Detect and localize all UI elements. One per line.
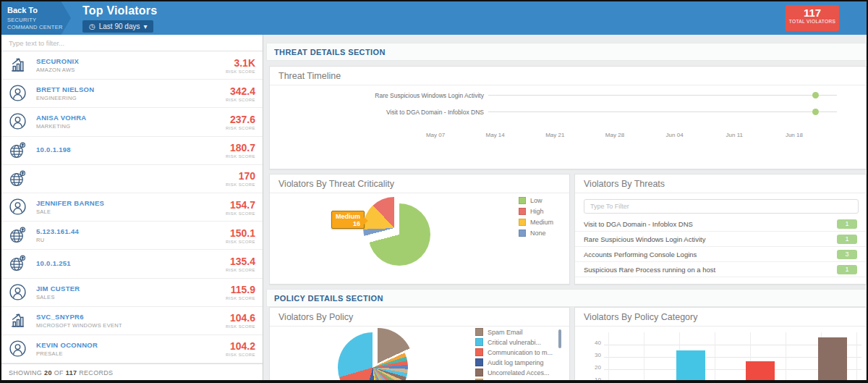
legend-swatch: [519, 208, 526, 215]
threat-list-item[interactable]: Rare Suspicious Windows Login Activity 1: [575, 232, 866, 247]
legend-item[interactable]: Communication to m...: [475, 348, 553, 356]
risk-score-label: RISK SCORE: [209, 126, 255, 130]
violator-name: 10.0.1.198: [36, 146, 209, 153]
person-icon: [9, 112, 32, 131]
timeline-axis-tick: May 28: [600, 132, 629, 138]
violator-name: ANISA VOHRA: [36, 114, 209, 122]
time-range-label: Last 90 days: [99, 22, 140, 30]
violator-row[interactable]: KEVIN OCONNOR PRESALE 104.2 RISK SCORE: [1, 335, 263, 363]
violator-row[interactable]: 10.0.1.251 135.4 RISK SCORE: [1, 250, 263, 278]
sidebar-filter-input[interactable]: [1, 35, 263, 51]
threat-name: Rare Suspicious Windows Login Activity: [584, 235, 705, 243]
legend-swatch: [519, 197, 526, 204]
timeline-axis-tick: Jun 04: [660, 132, 689, 138]
risk-score-label: RISK SCORE: [209, 98, 255, 102]
violator-department: MICROSOFT WINDOWS EVENT: [36, 322, 209, 329]
violator-department: SALES: [36, 294, 209, 300]
violator-name: BRETT NIELSON: [36, 85, 209, 93]
legend-swatch: [519, 219, 526, 226]
pie-tooltip: Medium 16: [331, 211, 365, 229]
violator-row[interactable]: 170 RISK SCORE: [1, 165, 263, 193]
legend-label: High: [530, 208, 544, 215]
legend-swatch: [475, 358, 483, 366]
globe-icon: [9, 254, 32, 273]
violator-row[interactable]: 10.0.1.198 180.7 RISK SCORE: [1, 137, 263, 165]
timeline-axis-tick: May 21: [540, 132, 569, 138]
legend-item[interactable]: Audit log tampering: [475, 358, 553, 366]
risk-score-value: 104.6: [209, 312, 255, 324]
pie-slice-spam-email[interactable]: [343, 328, 413, 383]
threat-timeline-title: Threat Timeline: [270, 67, 866, 85]
legend-item[interactable]: Low: [519, 197, 553, 204]
person-icon: [9, 84, 32, 103]
legend-swatch: [475, 328, 483, 336]
violator-department: MARKETING: [36, 123, 209, 130]
timeline-row: Visit to DGA Domain - Infoblox DNS: [270, 105, 866, 119]
legend-item[interactable]: Critical vulnerabi...: [475, 338, 553, 346]
timeline-row-label: Rare Suspicious Windows Login Activity: [270, 92, 484, 99]
threat-list-item[interactable]: Visit to DGA Domain - Infoblox DNS 1: [575, 216, 866, 232]
violator-row[interactable]: SECURONIX AMAZON AWS 3.1K RISK SCORE: [1, 51, 263, 80]
person-icon: [9, 198, 32, 216]
violator-row[interactable]: ANISA VOHRA MARKETING 237.6 RISK SCORE: [1, 108, 263, 136]
timeline-event-dot[interactable]: [812, 92, 819, 98]
person-icon: [9, 283, 32, 302]
timeline-axis-tick: Jun 11: [720, 132, 749, 138]
timeline-event-dot[interactable]: [812, 109, 819, 115]
violators-by-policy-title: Violators By Policy: [270, 308, 569, 327]
legend-label: Low: [530, 197, 542, 204]
threat-name: Visit to DGA Domain - Infoblox DNS: [584, 220, 693, 228]
legend-swatch: [519, 230, 526, 237]
tooltip-label: Medium: [336, 213, 360, 220]
risk-score-label: RISK SCORE: [209, 324, 255, 329]
total-violators-label: TOTAL VIOLATORS: [786, 19, 839, 24]
legend-item[interactable]: None: [519, 230, 553, 237]
legend-item[interactable]: Medium: [519, 219, 553, 226]
violator-row[interactable]: JIM CUSTER SALES 115.9 RISK SCORE: [1, 279, 263, 307]
risk-score-value: 170: [209, 170, 255, 182]
legend-item[interactable]: Uncorrelated Acces...: [475, 369, 553, 376]
threat-list-item[interactable]: Suspicious Rare Process running on a hos…: [575, 262, 866, 277]
threat-list-item[interactable]: Accounts Performing Console Logins 3: [575, 247, 866, 262]
bar[interactable]: [676, 350, 705, 383]
pie-slice-low[interactable]: [368, 203, 430, 266]
chart-icon: [9, 311, 32, 330]
risk-score-label: RISK SCORE: [209, 211, 255, 216]
violator-row[interactable]: BRETT NIELSON ENGINEERING 342.4 RISK SCO…: [1, 80, 263, 108]
violator-row[interactable]: SVC_SNYPR6 MICROSOFT WINDOWS EVENT 104.6…: [1, 307, 263, 335]
violators-by-threats-card: Violators By Threats Visit to DGA Domain…: [574, 174, 867, 285]
chart-icon: [9, 56, 32, 75]
legend-swatch: [475, 348, 483, 356]
back-button[interactable]: Back To SECURITY COMMAND CENTER: [1, 1, 71, 35]
policy-category-card: Violators By Policy Category 40302010: [574, 307, 867, 383]
risk-score-value: 104.2: [209, 340, 255, 352]
risk-score-value: 180.7: [209, 142, 255, 153]
clock-icon: ◷: [89, 22, 95, 30]
legend-label: Interactive logon ...: [488, 379, 542, 383]
policy-pie-chart: [338, 332, 408, 383]
threat-count-badge: 3: [837, 250, 857, 259]
threats-filter-input[interactable]: [584, 199, 859, 214]
bar[interactable]: [746, 361, 775, 383]
legend-label: None: [530, 230, 546, 237]
violator-row[interactable]: 5.123.161.44 RU 150.1 RISK SCORE: [1, 222, 263, 250]
legend-item[interactable]: High: [519, 208, 553, 215]
risk-score-value: 115.9: [209, 284, 255, 295]
legend-scrollbar[interactable]: [558, 329, 561, 348]
violator-row[interactable]: JENNIFER BARNES SALE 154.7 RISK SCORE: [1, 193, 263, 222]
bar[interactable]: [818, 337, 847, 383]
back-label: Back To: [7, 6, 65, 14]
legend-item[interactable]: Spam Email: [475, 328, 553, 336]
violator-name: SECURONIX: [36, 57, 209, 65]
y-axis-tick: 40: [585, 340, 601, 352]
timeline-row: Rare Suspicious Windows Login Activity: [270, 88, 866, 102]
person-icon: [9, 340, 32, 358]
legend-item[interactable]: Interactive logon ...: [475, 379, 553, 383]
timeline-axis-tick: Jun 18: [780, 132, 809, 138]
legend-swatch: [475, 338, 483, 346]
legend-label: Medium: [530, 219, 553, 226]
violator-name: JIM CUSTER: [36, 285, 209, 292]
threat-count-badge: 1: [837, 265, 857, 274]
time-range-dropdown[interactable]: ◷ Last 90 days ▾: [82, 20, 153, 33]
risk-score-label: RISK SCORE: [209, 268, 255, 272]
